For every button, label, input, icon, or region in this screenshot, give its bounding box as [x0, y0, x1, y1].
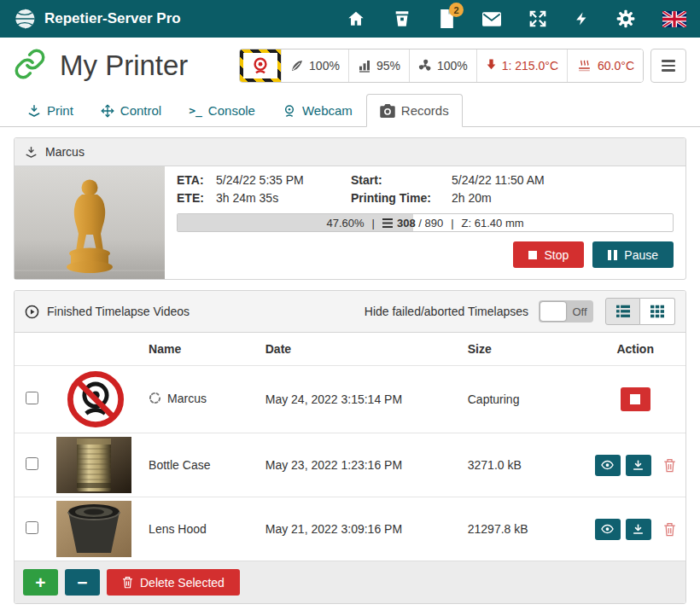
printer-menu-button[interactable] [650, 49, 686, 83]
timelapse-header: Finished Timelapse Videos Hide failed/ab… [15, 291, 685, 333]
grid-view-button[interactable] [640, 298, 675, 325]
bed-temp-segment[interactable]: 60.0°C [567, 49, 643, 82]
play-circle-icon [25, 305, 39, 319]
deselect-all-button[interactable]: − [65, 569, 100, 596]
pause-button[interactable]: Pause [592, 241, 674, 268]
col-header-action: Action [585, 333, 685, 366]
brand-title[interactable]: Repetier-Server Pro [44, 10, 181, 27]
flow-icon [358, 59, 371, 73]
hazard-border [240, 49, 281, 82]
webcam-tab-icon [283, 104, 296, 118]
progress-text: 47.60% | 308 / 890 | Z: 61.40 mm [178, 214, 673, 231]
printer-tabs: Print Control >_ Console Webcam Records [0, 94, 700, 127]
table-header-row: Name Date Size Action [15, 333, 685, 366]
fan-segment[interactable]: 100% [409, 49, 476, 82]
download-icon [633, 524, 644, 535]
row-size: 3271.0 kB [461, 433, 586, 497]
top-navbar: Repetier-Server Pro 2 [0, 0, 700, 38]
repetier-logo-icon[interactable] [14, 8, 36, 30]
heated-bed-icon [576, 59, 592, 73]
tab-print[interactable]: Print [14, 94, 87, 127]
printer-status-toolbar: 100% 95% 100% 1: 215.0°C 60.0°C [239, 49, 686, 83]
fullscreen-icon[interactable] [528, 9, 547, 28]
row-name: Bottle Case [142, 433, 259, 497]
delete-video-button[interactable] [663, 522, 676, 537]
capturing-spinner-icon [149, 392, 161, 404]
stop-button[interactable]: Stop [513, 241, 584, 268]
start-label: Start: [351, 173, 452, 187]
print-progress-bar: 47.60% | 308 / 890 | Z: 61.40 mm [177, 213, 674, 232]
view-video-button[interactable] [595, 519, 621, 540]
printing-time-value: 2h 20m [452, 191, 674, 205]
messages-icon[interactable] [482, 12, 501, 26]
printer-icon[interactable] [393, 9, 411, 28]
stop-icon [630, 394, 640, 404]
row-checkbox[interactable] [26, 457, 38, 470]
col-header-size: Size [461, 333, 586, 366]
trash-icon [122, 576, 133, 589]
delete-selected-button[interactable]: Delete Selected [107, 569, 240, 596]
job-name: Marcus [45, 145, 85, 159]
row-size: Capturing [461, 366, 586, 433]
video-thumbnail [56, 437, 131, 493]
print-icon [27, 104, 41, 118]
layers-icon [382, 218, 393, 228]
pause-icon [608, 250, 617, 260]
table-row: Lens Hood May 21, 2022 3:09:16 PM 21297.… [15, 497, 685, 561]
row-name: Lens Hood [142, 497, 259, 561]
job-print-icon [25, 146, 38, 159]
toggle-state: Off [566, 305, 593, 318]
speed-segment[interactable]: 100% [281, 49, 348, 82]
download-button[interactable] [626, 519, 651, 540]
power-icon[interactable] [575, 9, 589, 28]
tab-console[interactable]: >_ Console [175, 94, 269, 127]
job-panel-header: Marcus [15, 138, 685, 166]
row-date: May 23, 2022 1:23:16 PM [259, 433, 461, 497]
row-name: Marcus [167, 392, 207, 405]
list-view-button[interactable] [605, 298, 640, 325]
col-header-name: Name [142, 333, 259, 366]
fan-icon [418, 59, 432, 73]
row-size: 21297.8 kB [461, 497, 586, 561]
job-thumbnail [15, 166, 165, 279]
navbar-icons: 2 [347, 9, 686, 28]
stop-capture-button[interactable] [621, 387, 650, 411]
tab-webcam[interactable]: Webcam [269, 94, 366, 127]
page-title: My Printer [60, 49, 188, 82]
delete-video-button[interactable] [663, 458, 676, 473]
print-queue-icon[interactable]: 2 [439, 9, 455, 28]
trash-icon [663, 522, 676, 537]
grid-view-icon [650, 305, 665, 318]
view-video-button[interactable] [595, 455, 621, 476]
settings-gear-icon[interactable] [616, 9, 635, 28]
hamburger-icon [662, 60, 675, 62]
trash-icon [663, 458, 676, 473]
link-icon [14, 48, 46, 84]
home-icon[interactable] [347, 9, 365, 28]
timelapse-footer: + − Delete Selected [15, 561, 685, 603]
extruder-temp-segment[interactable]: 1: 215.0°C [476, 49, 567, 82]
move-icon [101, 104, 114, 118]
video-thumbnail [56, 501, 131, 557]
tab-records[interactable]: Records [366, 94, 463, 127]
flow-segment[interactable]: 95% [348, 49, 409, 82]
ete-label: ETE: [177, 191, 216, 205]
tab-control[interactable]: Control [87, 94, 175, 127]
webcam-icon [251, 56, 270, 75]
table-row-capturing: Marcus May 24, 2022 3:15:14 PM Capturing [15, 366, 685, 433]
hide-failed-toggle[interactable]: Off [539, 300, 593, 323]
queue-badge: 2 [449, 3, 464, 17]
language-flag-icon[interactable] [662, 11, 686, 27]
z-height: Z: 61.40 mm [462, 217, 524, 230]
download-button[interactable] [626, 455, 651, 476]
extruder-icon [486, 59, 497, 73]
webcam-hazard-button[interactable] [240, 49, 281, 82]
eye-icon [601, 460, 614, 470]
row-checkbox[interactable] [26, 521, 38, 534]
select-all-button[interactable]: + [23, 569, 58, 596]
row-checkbox[interactable] [26, 392, 38, 404]
row-date: May 21, 2022 3:09:16 PM [259, 497, 461, 561]
eta-value: 5/24/22 5:35 PM [216, 173, 351, 187]
col-header-date: Date [259, 333, 461, 366]
ete-value: 3h 24m 35s [216, 191, 351, 205]
